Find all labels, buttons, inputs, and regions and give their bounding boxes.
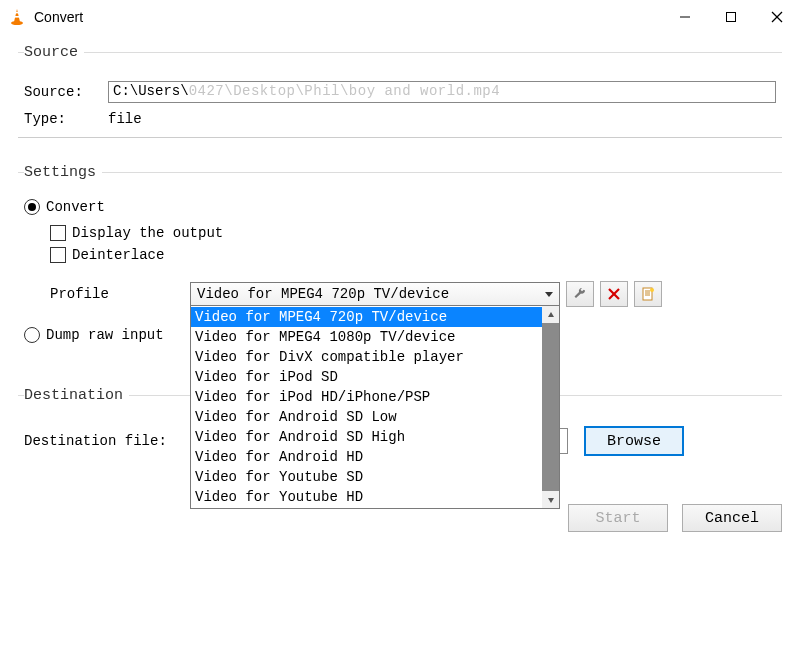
settings-legend: Settings (24, 164, 102, 181)
profile-option[interactable]: Video for Youtube HD (191, 487, 542, 507)
svg-marker-0 (14, 9, 20, 22)
svg-marker-9 (548, 498, 554, 503)
cancel-button[interactable]: Cancel (682, 504, 782, 532)
new-profile-button[interactable] (634, 281, 662, 307)
x-icon (608, 288, 620, 300)
profile-option[interactable]: Video for Android SD Low (191, 407, 542, 427)
profile-select[interactable]: Video for MPEG4 720p TV/device (190, 282, 560, 306)
source-value-blurred: 0427\Desktop\Phil\boy and world.mp4 (189, 83, 501, 99)
svg-marker-8 (548, 312, 554, 317)
svg-rect-2 (15, 16, 20, 18)
start-button[interactable]: Start (568, 504, 668, 532)
delete-profile-button[interactable] (600, 281, 628, 307)
vlc-cone-icon (8, 8, 26, 26)
profile-option[interactable]: Video for iPod HD/iPhone/PSP (191, 387, 542, 407)
deinterlace-row[interactable]: Deinterlace (50, 247, 776, 263)
scroll-thumb[interactable] (542, 323, 559, 491)
profile-label: Profile (50, 286, 190, 302)
dump-radio-label: Dump raw input (46, 327, 164, 343)
wrench-icon (573, 287, 587, 301)
source-input[interactable]: C:\Users\0427\Desktop\Phil\boy and world… (108, 81, 776, 103)
settings-fieldset: Settings Convert Display the output Dein… (18, 164, 782, 371)
source-legend: Source (24, 44, 84, 61)
deinterlace-checkbox[interactable] (50, 247, 66, 263)
profile-option[interactable]: Video for Android HD (191, 447, 542, 467)
profile-selected-text: Video for MPEG4 720p TV/device (197, 286, 545, 302)
minimize-button[interactable] (662, 0, 708, 34)
scroll-down-icon[interactable] (542, 491, 559, 508)
destination-file-label: Destination file: (24, 433, 202, 449)
svg-rect-5 (727, 13, 736, 22)
profile-option[interactable]: Video for Android SD High (191, 427, 542, 447)
close-button[interactable] (754, 0, 800, 34)
profile-option[interactable]: Video for Youtube SD (191, 467, 542, 487)
destination-legend: Destination (24, 387, 129, 404)
scroll-up-icon[interactable] (542, 306, 559, 323)
svg-point-16 (650, 288, 654, 292)
source-value-prefix: C:\Users\ (113, 83, 189, 99)
chevron-down-icon (545, 292, 553, 297)
new-page-icon (641, 287, 655, 301)
profile-option[interactable]: Video for MPEG4 1080p TV/device (191, 327, 542, 347)
display-output-label: Display the output (72, 225, 223, 241)
dump-radio[interactable] (24, 327, 40, 343)
profile-option[interactable]: Video for DivX compatible player (191, 347, 542, 367)
display-output-row[interactable]: Display the output (50, 225, 776, 241)
profile-option[interactable]: Video for iPod SD (191, 367, 542, 387)
convert-radio-label: Convert (46, 199, 105, 215)
convert-radio-row[interactable]: Convert (24, 199, 776, 215)
profile-option[interactable]: Video for MPEG4 720p TV/device (191, 307, 542, 327)
type-value: file (108, 111, 142, 127)
svg-rect-1 (15, 12, 19, 13)
display-output-checkbox[interactable] (50, 225, 66, 241)
type-label: Type: (24, 111, 108, 127)
window-title: Convert (34, 9, 662, 25)
deinterlace-label: Deinterlace (72, 247, 164, 263)
dropdown-scrollbar[interactable] (542, 306, 559, 508)
profile-dropdown: Video for MPEG4 720p TV/deviceVideo for … (190, 305, 560, 509)
browse-button[interactable]: Browse (584, 426, 684, 456)
source-label: Source: (24, 84, 108, 100)
maximize-button[interactable] (708, 0, 754, 34)
svg-point-3 (11, 21, 23, 25)
edit-profile-button[interactable] (566, 281, 594, 307)
titlebar: Convert (0, 0, 800, 34)
source-fieldset: Source Source: C:\Users\0427\Desktop\Phi… (18, 44, 782, 148)
convert-radio[interactable] (24, 199, 40, 215)
